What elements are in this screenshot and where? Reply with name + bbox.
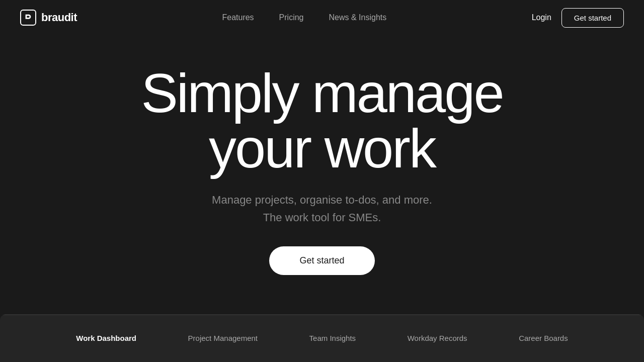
hero-subtitle: Manage projects, organise to-dos, and mo… [212,191,432,226]
logo-text: braudit [41,11,77,24]
logo[interactable]: braudit [20,10,77,26]
hero-subtitle-line2: The work tool for SMEs. [263,211,381,224]
nav-link-pricing[interactable]: Pricing [279,13,304,22]
hero-subtitle-line1: Manage projects, organise to-dos, and mo… [212,194,432,206]
bottom-item-work-dashboard[interactable]: Work Dashboard [76,334,136,342]
nav-actions: Login Get started [532,8,624,28]
bottom-item-team-insights[interactable]: Team Insights [309,334,356,342]
login-button[interactable]: Login [532,13,551,22]
hero-title-line1: Simply manage [141,62,503,124]
hero-title-line2: your work [209,117,435,179]
logo-icon [20,10,36,26]
nav-link-news[interactable]: News & Insights [329,13,387,22]
bottom-strip: Work Dashboard Project Management Team I… [0,314,644,362]
bottom-item-workday-records[interactable]: Workday Records [408,334,467,342]
nav-link-features[interactable]: Features [222,13,254,22]
hero-section: Simply manage your work Manage projects,… [0,35,644,295]
get-started-nav-button[interactable]: Get started [561,8,624,28]
navbar: braudit Features Pricing News & Insights… [0,0,644,35]
bottom-strip-inner: Work Dashboard Project Management Team I… [0,334,644,342]
hero-title: Simply manage your work [141,65,503,176]
nav-links: Features Pricing News & Insights [222,13,386,22]
bottom-item-project-management[interactable]: Project Management [188,334,258,342]
bottom-item-career-boards[interactable]: Career Boards [519,334,568,342]
hero-cta-button[interactable]: Get started [269,246,374,275]
